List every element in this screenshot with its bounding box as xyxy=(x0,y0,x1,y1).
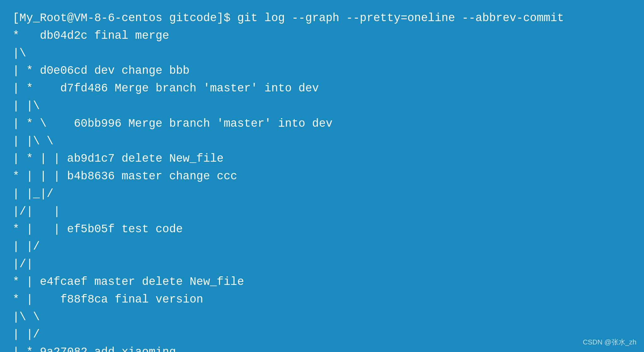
watermark: CSDN @张水_zh xyxy=(583,338,636,347)
terminal-window: [My_Root@VM-8-6-centos gitcode]$ git log… xyxy=(0,0,644,352)
